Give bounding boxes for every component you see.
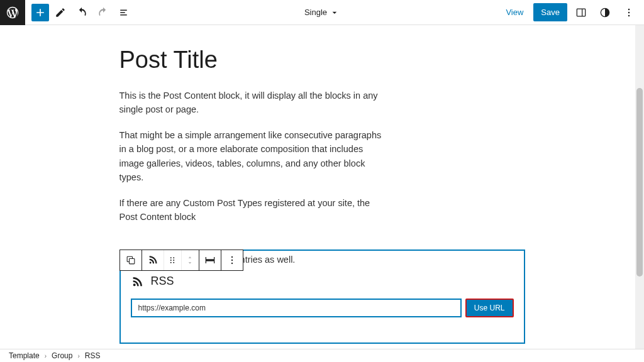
rss-block-title: RSS [151, 275, 174, 288]
add-block-button[interactable] [31, 4, 49, 21]
svg-rect-0 [577, 9, 585, 16]
block-breadcrumb: Template › Group › RSS [0, 349, 644, 362]
rss-url-input[interactable] [131, 299, 462, 317]
list-view-button[interactable] [114, 3, 135, 23]
use-url-button[interactable]: Use URL [465, 299, 514, 317]
scrollbar-thumb[interactable] [636, 88, 643, 277]
svg-point-10 [170, 260, 172, 261]
list-view-icon [119, 7, 130, 18]
svg-point-13 [173, 262, 174, 263]
svg-point-8 [170, 257, 172, 258]
topbar-right-tools: View Save [499, 3, 644, 23]
breadcrumb-item[interactable]: RSS [85, 351, 101, 360]
rss-icon [147, 254, 159, 266]
undo-button[interactable] [72, 3, 92, 23]
block-options-button[interactable] [221, 250, 243, 270]
drag-handle[interactable] [164, 250, 181, 270]
rss-icon [131, 275, 145, 288]
undo-icon [75, 6, 88, 19]
move-buttons[interactable] [181, 250, 199, 270]
options-button[interactable] [619, 3, 639, 23]
select-parent-button[interactable] [120, 250, 142, 270]
wp-logo[interactable] [0, 0, 25, 25]
parent-icon [125, 254, 137, 266]
template-label: Single [304, 8, 327, 17]
svg-point-4 [628, 11, 630, 13]
wordpress-icon [6, 6, 19, 19]
block-toolbar [119, 250, 243, 271]
redo-icon [97, 6, 109, 19]
more-vertical-icon [226, 254, 238, 266]
rss-block-header: RSS [131, 275, 514, 288]
post-title[interactable]: Post Title [119, 47, 525, 74]
svg-point-5 [628, 14, 630, 16]
topbar-left-tools [25, 3, 135, 23]
post-paragraph[interactable]: If there are any Custom Post Types regis… [119, 196, 390, 224]
more-vertical-icon [623, 6, 635, 19]
svg-point-9 [173, 257, 174, 258]
svg-point-19 [231, 263, 232, 264]
sidebar-icon [575, 6, 587, 19]
editor-canvas: Post Title This is the Post Content bloc… [0, 25, 644, 349]
rss-block-wrapper: entries as well. RSS Use URL [119, 250, 525, 344]
scrollbar[interactable] [635, 25, 644, 349]
editor-topbar: Single View Save [0, 0, 644, 25]
svg-point-3 [628, 8, 630, 10]
plus-icon [34, 6, 47, 19]
chevron-down-icon [330, 8, 340, 18]
drag-icon [167, 255, 178, 266]
chevron-right-icon: › [45, 353, 47, 359]
post-paragraph[interactable]: This is the Post Content block, it will … [119, 89, 390, 117]
rss-form: Use URL [131, 299, 514, 317]
align-icon [204, 254, 216, 266]
save-button[interactable]: Save [533, 3, 567, 21]
svg-point-18 [231, 260, 232, 261]
svg-point-17 [231, 256, 232, 258]
move-updown-icon [184, 255, 196, 266]
template-selector[interactable]: Single [304, 8, 340, 18]
view-button[interactable]: View [499, 4, 530, 21]
svg-point-11 [173, 260, 174, 261]
svg-point-12 [170, 262, 172, 263]
post-paragraph[interactable]: That might be a simple arrangement like … [119, 128, 390, 185]
redo-button[interactable] [93, 3, 113, 23]
contrast-icon [599, 6, 611, 19]
breadcrumb-item[interactable]: Template [9, 351, 40, 360]
svg-rect-14 [206, 259, 214, 261]
pencil-icon [55, 7, 66, 18]
sidebar-toggle-button[interactable] [571, 3, 591, 23]
svg-rect-7 [129, 258, 134, 263]
breadcrumb-item[interactable]: Group [52, 351, 72, 360]
chevron-right-icon: › [77, 353, 79, 359]
editor-content: Post Title This is the Post Content bloc… [119, 25, 525, 349]
align-button[interactable] [199, 250, 221, 270]
edit-tool-button[interactable] [50, 3, 70, 23]
block-type-button[interactable] [142, 250, 164, 270]
styles-button[interactable] [595, 3, 615, 23]
